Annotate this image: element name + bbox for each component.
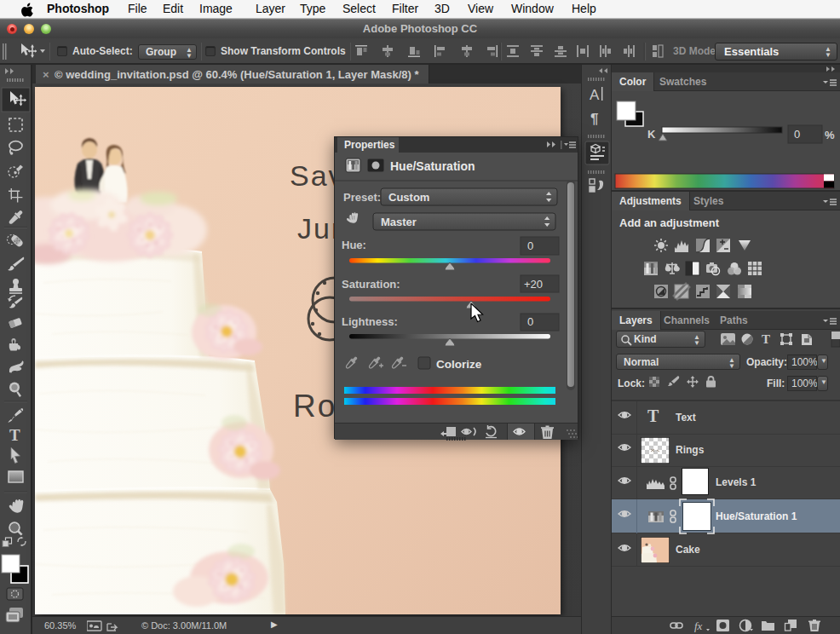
svg-text:0: 0 (794, 128, 800, 141)
svg-text:+20: +20 (524, 278, 543, 291)
svg-text:0: 0 (527, 315, 533, 328)
svg-text:Hue:: Hue: (342, 239, 366, 251)
svg-text:Master: Master (381, 216, 417, 228)
svg-text:%: % (825, 129, 835, 141)
svg-text:fx: fx (694, 620, 703, 632)
svg-text:A: A (590, 87, 600, 103)
svg-text:Preset:: Preset: (343, 191, 381, 204)
svg-text:Colorize: Colorize (436, 358, 482, 371)
svg-text:K: K (647, 128, 656, 141)
svg-text:Saturation:: Saturation: (342, 278, 400, 291)
svg-text:0: 0 (527, 239, 533, 252)
svg-text:T: T (762, 332, 770, 346)
svg-text:¶: ¶ (590, 111, 598, 127)
svg-text:T: T (9, 426, 20, 444)
svg-text:Custom: Custom (388, 191, 429, 204)
svg-text:Hue/Saturation: Hue/Saturation (390, 159, 475, 173)
svg-text:Lightness:: Lightness: (342, 315, 398, 328)
svg-text:Ro: Ro (293, 389, 337, 424)
